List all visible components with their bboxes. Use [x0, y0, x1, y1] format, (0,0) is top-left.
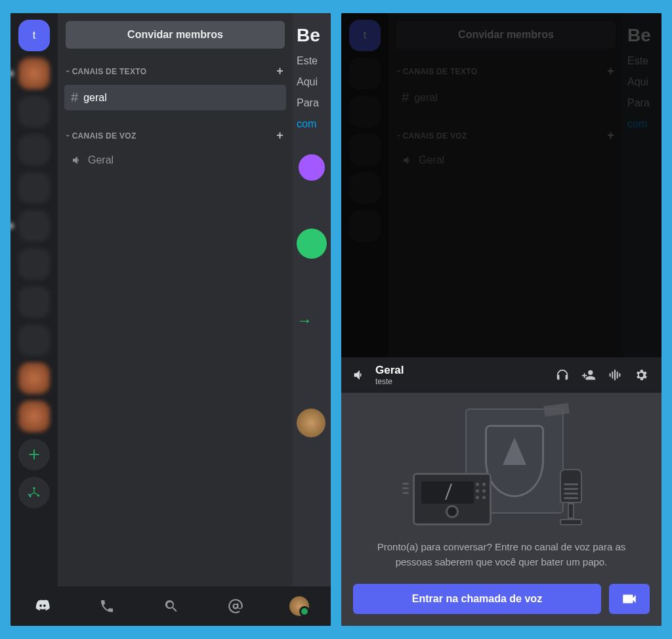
search-icon [163, 598, 179, 614]
bottom-nav [10, 586, 331, 626]
headphones-icon [555, 368, 570, 382]
mention-icon [227, 598, 244, 615]
tab-calls[interactable] [96, 596, 117, 617]
add-channel-button[interactable]: + [276, 129, 284, 143]
add-channel-button[interactable]: + [276, 64, 284, 78]
arrow-right-icon[interactable]: → [297, 311, 327, 330]
server-item[interactable] [18, 172, 50, 204]
action-bubble[interactable] [297, 152, 327, 183]
add-server-button[interactable] [18, 439, 50, 470]
noise-button[interactable] [608, 368, 625, 382]
channel-label: Geral [88, 154, 114, 166]
screenshot-left: t [10, 13, 331, 626]
channel-sidebar: Convidar membros ›CANAIS DE TEXTO + # ge… [58, 13, 293, 586]
voice-channel-title: Geral [375, 364, 546, 377]
chevron-down-icon: › [64, 135, 72, 137]
hash-icon: # [71, 90, 78, 105]
peek-link[interactable]: com [297, 118, 327, 130]
svg-point-3 [30, 496, 32, 498]
speaker-icon [352, 368, 366, 382]
server-item[interactable] [18, 363, 50, 394]
video-button[interactable] [609, 584, 650, 614]
voice-header: Geral teste [341, 357, 662, 393]
voice-server-name: teste [375, 377, 546, 386]
screenshot-right: t Convidar membros ›CANAIS DE TEXTO + # [341, 13, 662, 626]
chevron-down-icon: › [64, 70, 72, 73]
server-item[interactable] [18, 58, 50, 89]
server-list: t [10, 13, 58, 586]
dimmed-background: t Convidar membros ›CANAIS DE TEXTO + # [341, 13, 662, 357]
soundwave-icon [608, 368, 622, 382]
server-item[interactable] [18, 286, 50, 318]
join-voice-button[interactable]: Entrar na chamada de voz [353, 584, 601, 614]
voice-stage: Pronto(a) para conversar? Entre no canal… [341, 393, 662, 626]
invite-members-button[interactable]: Convidar membros [66, 21, 285, 49]
discover-button[interactable] [18, 477, 50, 508]
dim-overlay [341, 13, 662, 357]
phone-icon [99, 598, 115, 614]
settings-button[interactable] [634, 368, 651, 382]
server-item[interactable] [18, 96, 50, 127]
server-badge: t [33, 30, 35, 41]
action-bubble[interactable] [297, 229, 327, 259]
camera-icon [621, 590, 638, 607]
category-label: CANAIS DE TEXTO [72, 67, 147, 76]
tab-mentions[interactable] [225, 596, 246, 617]
voice-channels-category[interactable]: ›CANAIS DE VOZ + [58, 125, 293, 146]
category-label: CANAIS DE VOZ [72, 131, 136, 141]
chat-peek: Be Este Aqui Para com → [293, 13, 331, 586]
voice-join-sheet: Geral teste [341, 357, 662, 626]
voice-illustration [413, 408, 590, 527]
discord-icon [33, 597, 52, 615]
tab-profile[interactable] [289, 596, 309, 616]
add-user-icon [581, 368, 596, 382]
panel-body: t [10, 13, 331, 586]
discover-icon [27, 485, 41, 500]
svg-point-0 [33, 487, 35, 490]
tab-home[interactable] [32, 596, 53, 617]
peek-title: Be [297, 25, 327, 46]
text-channels-category[interactable]: ›CANAIS DE TEXTO + [58, 60, 293, 82]
server-item[interactable] [18, 134, 50, 165]
server-current[interactable]: t [18, 20, 50, 51]
panel-body: t Convidar membros ›CANAIS DE TEXTO + # [341, 13, 662, 626]
headphones-button[interactable] [555, 368, 572, 382]
peek-line: Este [297, 55, 327, 67]
peek-line: Para [297, 97, 327, 109]
voice-channel-geral[interactable]: Geral [64, 149, 286, 171]
speaker-icon [71, 154, 83, 166]
text-channel-geral[interactable]: # geral [64, 85, 286, 110]
voice-prompt-text: Pronto(a) para conversar? Entre no canal… [353, 540, 650, 569]
tab-search[interactable] [161, 596, 182, 617]
gear-icon [634, 368, 648, 382]
server-item[interactable] [18, 248, 50, 280]
server-item[interactable] [18, 401, 50, 432]
add-user-button[interactable] [581, 368, 598, 382]
server-item[interactable] [18, 210, 50, 242]
voice-actions: Entrar na chamada de voz [353, 584, 650, 614]
peek-line: Aqui [297, 76, 327, 88]
server-item[interactable] [18, 324, 50, 356]
channel-label: geral [83, 92, 107, 104]
user-avatar [297, 408, 326, 437]
svg-point-4 [28, 494, 30, 495]
plus-icon [28, 448, 41, 461]
